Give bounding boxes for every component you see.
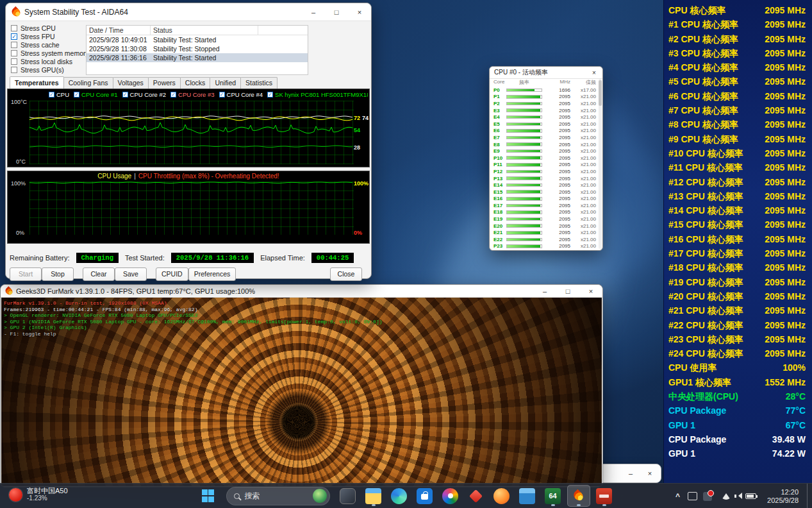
sensor-row: #6 CPU 核心频率2095 MHz <box>664 89 812 103</box>
cpu-multiplier-value: x21.00 <box>570 128 596 133</box>
close-icon[interactable]: × <box>579 285 602 297</box>
stress-option[interactable]: Stress cache <box>11 40 87 49</box>
stress-option[interactable]: Stress system memory <box>11 49 87 57</box>
cpu-multiplier-value: x21.00 <box>570 237 596 242</box>
clear-button[interactable]: Clear <box>83 267 115 281</box>
cpu-core-row: P102095x21.00 <box>490 155 599 162</box>
stress-option[interactable]: ✓Stress FPU <box>11 32 87 40</box>
minimize-icon[interactable]: – <box>302 3 325 21</box>
checkbox-icon[interactable]: ✓ <box>49 92 54 97</box>
media-app-taskbar-icon[interactable] <box>336 485 360 507</box>
start-button[interactable] <box>197 485 220 507</box>
log-col-status[interactable]: Status <box>151 26 258 35</box>
cpu-mhz-value: 2095 <box>542 243 570 249</box>
stability-titlebar[interactable]: System Stability Test - AIDA64 – □ × <box>6 3 371 21</box>
sensor-value: 2095 MHz <box>765 203 806 217</box>
checkbox-icon[interactable] <box>11 25 17 31</box>
log-col-datetime[interactable]: Date / Time <box>87 26 151 35</box>
tab-clocks[interactable]: Clocks <box>180 77 211 89</box>
checkbox-icon[interactable]: ✓ <box>170 92 176 97</box>
stress-option[interactable]: Stress local disks <box>11 57 87 65</box>
checkbox-icon[interactable]: ✓ <box>122 92 128 97</box>
log-row[interactable]: 2025/9/28 11:36:16Stability Test: Starte… <box>87 53 308 62</box>
graph-series-toggle[interactable]: ✓CPU Core #2 <box>122 91 167 99</box>
sensor-value: 2095 MHz <box>765 332 806 346</box>
widgets-stock-button[interactable]: 富时中国A50 -1.23% <box>5 486 72 504</box>
furmark-titlebar[interactable]: Geeks3D FurMark v1.39.1.0 - 84FPS, GPU1 … <box>1 285 602 298</box>
save-button[interactable]: Save <box>115 267 147 281</box>
tab-temperatures[interactable]: Temperatures <box>10 76 64 89</box>
gpu-tool-taskbar-icon[interactable] <box>593 485 616 507</box>
checkbox-icon[interactable] <box>11 42 17 48</box>
furmark-taskbar-icon[interactable] <box>567 485 590 507</box>
checkbox-icon[interactable] <box>11 50 17 56</box>
tab-powers[interactable]: Powers <box>148 77 181 89</box>
sensor-row: #2 CPU 核心频率2095 MHz <box>664 32 812 46</box>
close-button[interactable]: Close <box>330 267 362 281</box>
folder-blue-taskbar-icon[interactable] <box>516 485 539 507</box>
close-icon[interactable]: × <box>348 3 371 21</box>
test-status-bar: Remaining Battery: Charging Test Started… <box>10 253 367 263</box>
quick-settings-button[interactable] <box>718 490 760 502</box>
search-highlight-image[interactable] <box>313 489 327 503</box>
edge-taskbar-icon[interactable] <box>388 485 411 507</box>
tray-window-icon[interactable] <box>688 492 697 500</box>
scrollbar[interactable] <box>599 79 602 249</box>
minimize-icon[interactable]: – <box>621 464 640 482</box>
cpu-mhz-value: 2095 <box>542 114 570 120</box>
minimize-icon[interactable]: – <box>533 285 556 297</box>
stress-option[interactable]: Stress CPU <box>11 24 87 32</box>
browser-ball-taskbar-icon[interactable] <box>490 485 513 507</box>
graph-series-toggle[interactable]: ✓CPU <box>49 91 69 99</box>
tab-cooling-fans[interactable]: Cooling Fans <box>63 77 113 89</box>
close-icon[interactable]: × <box>640 464 659 482</box>
temp-value-part: 74 <box>362 115 369 121</box>
cpu-freq-bar <box>506 129 542 133</box>
log-row[interactable]: 2025/9/28 10:49:01Stability Test: Starte… <box>87 35 308 44</box>
graph-series-label: CPU Core #1 <box>81 91 118 98</box>
maximize-icon[interactable]: □ <box>325 3 348 21</box>
stress-option[interactable]: Stress GPU(s) <box>11 65 87 74</box>
file-explorer-taskbar-icon[interactable] <box>362 485 385 507</box>
stability-tabs: TemperaturesCooling FansVoltagesPowersCl… <box>10 78 277 89</box>
checkbox-icon[interactable] <box>11 67 17 73</box>
checkbox-icon[interactable]: ✓ <box>11 33 17 40</box>
cpu-core-row: E202095x21.00 <box>490 223 599 230</box>
furmark-osd-text: FurMark v1.39.1.0 - Burn-in test, 1920x1… <box>4 300 383 337</box>
cpu-freq-bar-fill <box>507 211 540 214</box>
aida64-taskbar-icon[interactable]: 64 <box>542 485 565 507</box>
quick-launch-red-taskbar-icon[interactable] <box>465 485 488 507</box>
checkbox-icon[interactable]: ✓ <box>219 92 225 97</box>
close-icon[interactable]: × <box>586 67 602 78</box>
graph-series-toggle[interactable]: ✓SK hynix PC801 HFS001TFM9X187N <box>267 91 368 99</box>
sensor-label: #5 CPU 核心频率 <box>668 74 738 89</box>
taskbar-clock[interactable]: 12:20 2025/9/28 <box>767 488 799 505</box>
tab-voltages[interactable]: Voltages <box>113 77 149 89</box>
graph-series-toggle[interactable]: ✓CPU Core #3 <box>170 91 215 99</box>
photos-taskbar-icon[interactable] <box>439 485 462 507</box>
preferences-button[interactable]: Preferences <box>188 267 236 281</box>
sensor-row: #12 CPU 核心频率2095 MHz <box>664 175 812 189</box>
test-log-table[interactable]: Date / Time Status 2025/9/28 10:49:01Sta… <box>86 25 308 75</box>
checkbox-icon[interactable]: ✓ <box>74 92 79 97</box>
tray-overflow-chevron-icon[interactable]: ^ <box>674 492 682 501</box>
graph-series-toggle[interactable]: ✓CPU Core #1 <box>74 91 118 99</box>
start-button[interactable]: Start <box>10 267 42 281</box>
tab-statistics[interactable]: Statistics <box>240 77 278 89</box>
maximize-icon[interactable]: □ <box>556 285 579 297</box>
search-box[interactable]: 搜索 <box>226 487 330 505</box>
store-taskbar-icon[interactable] <box>413 485 436 507</box>
stop-button[interactable]: Stop <box>42 267 74 281</box>
tab-unified[interactable]: Unified <box>210 77 241 89</box>
sensor-value: 2095 MHz <box>765 160 806 174</box>
checkbox-icon[interactable] <box>11 58 17 65</box>
show-desktop-button[interactable] <box>807 484 809 508</box>
cpu-mhz-value: 2095 <box>542 182 570 188</box>
tray-alert-icon[interactable] <box>703 492 712 501</box>
cpuid-button[interactable]: CPUID <box>156 267 188 281</box>
checkbox-icon[interactable]: ✓ <box>267 92 273 97</box>
cpu-core-label: P13 <box>490 176 506 182</box>
graph-series-toggle[interactable]: ✓CPU Core #4 <box>219 91 263 99</box>
log-row[interactable]: 2025/9/28 11:30:08Stability Test: Stoppe… <box>87 44 308 53</box>
cpu-window-titlebar[interactable]: CPU #0 - 活动频率 × <box>490 67 602 79</box>
